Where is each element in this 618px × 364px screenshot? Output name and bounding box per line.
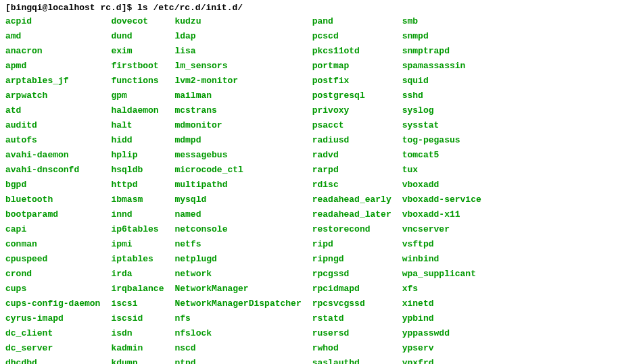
file-entry: crond [5, 267, 100, 282]
file-entry: dc_client [5, 326, 100, 341]
file-entry: ypxfrd [402, 356, 481, 364]
file-entry: sysstat [402, 118, 481, 133]
file-entry: readahead_early [312, 192, 391, 207]
file-entry: network [174, 267, 301, 282]
column-3: pandpcscdpkcs11otdportmappostfixpostgres… [312, 14, 402, 364]
file-entry: ip6tables [111, 222, 164, 237]
file-entry: ripngd [312, 252, 391, 267]
shell-prompt: [bingqi@localhost rc.d]$ ls /etc/rc.d/in… [5, 3, 613, 13]
file-entry: radiusd [312, 133, 391, 148]
file-entry: gpm [111, 88, 164, 103]
file-entry: named [174, 207, 301, 222]
file-entry: iscsid [111, 311, 164, 326]
file-entry: avahi-daemon [5, 148, 100, 163]
file-entry: ntpd [174, 356, 301, 364]
file-entry: spamassassin [402, 59, 481, 74]
file-entry: bootparamd [5, 207, 100, 222]
file-entry: amd [5, 29, 100, 44]
file-entry: pcscd [312, 29, 391, 44]
file-entry: mysqld [174, 192, 301, 207]
file-entry: haldaemon [111, 103, 164, 118]
column-1: dovecotdundeximfirstbootfunctionsgpmhald… [111, 14, 174, 364]
file-entry: vboxadd [402, 178, 481, 192]
file-entry: tog-pegasus [402, 133, 481, 148]
file-entry: lm_sensors [174, 59, 301, 74]
file-entry: isdn [111, 326, 164, 341]
file-entry: rpcgssd [312, 267, 391, 282]
file-entry: NetworkManagerDispatcher [174, 296, 301, 311]
file-entry: xfs [402, 282, 481, 296]
file-entry: xinetd [402, 296, 481, 311]
file-entry: rstatd [312, 311, 391, 326]
file-entry: dhcdbd [5, 356, 100, 364]
file-entry: pkcs11otd [312, 44, 391, 59]
file-entry: sshd [402, 88, 481, 103]
file-entry: arpwatch [5, 88, 100, 103]
file-entry: ypbind [402, 311, 481, 326]
file-entry: vboxadd-x11 [402, 207, 481, 222]
file-entry: hsqldb [111, 163, 164, 178]
file-entry: wpa_supplicant [402, 267, 481, 282]
file-entry: anacron [5, 44, 100, 59]
file-entry: radvd [312, 148, 391, 163]
file-entry: rpcidmapd [312, 282, 391, 296]
file-entry: messagebus [174, 148, 301, 163]
file-entry: kdump [111, 356, 164, 364]
file-entry: nscd [174, 341, 301, 356]
file-entry: auditd [5, 118, 100, 133]
file-entry: exim [111, 44, 164, 59]
file-entry: vboxadd-service [402, 192, 481, 207]
file-entry: portmap [312, 59, 391, 74]
file-entry: firstboot [111, 59, 164, 74]
file-entry: snmptrapd [402, 44, 481, 59]
file-entry: ibmasm [111, 192, 164, 207]
file-entry: winbind [402, 252, 481, 267]
file-entry: netfs [174, 237, 301, 252]
file-entry: cyrus-imapd [5, 311, 100, 326]
column-0: acpidamdanacronapmdarptables_jfarpwatcha… [5, 14, 111, 364]
file-entry: autofs [5, 133, 100, 148]
file-entry: mdmpd [174, 133, 301, 148]
file-entry: ypserv [402, 341, 481, 356]
file-entry: avahi-dnsconfd [5, 163, 100, 178]
file-entry: cups [5, 282, 100, 296]
file-entry: lisa [174, 44, 301, 59]
file-entry: innd [111, 207, 164, 222]
file-entry: halt [111, 118, 164, 133]
file-entry: ripd [312, 237, 391, 252]
file-entry: dovecot [111, 14, 164, 29]
file-entry: readahead_later [312, 207, 391, 222]
file-entry: kadmin [111, 341, 164, 356]
file-entry: dc_server [5, 341, 100, 356]
file-entry: mdmonitor [174, 118, 301, 133]
file-entry: rarpd [312, 163, 391, 178]
file-entry: snmpd [402, 29, 481, 44]
file-entry: nfslock [174, 326, 301, 341]
file-entry: vncserver [402, 222, 481, 237]
file-entry: mailman [174, 88, 301, 103]
file-entry: hidd [111, 133, 164, 148]
file-entry: netconsole [174, 222, 301, 237]
file-entry: kudzu [174, 14, 301, 29]
file-entry: microcode_ctl [174, 163, 301, 178]
column-2: kudzuldaplisalm_sensorslvm2-monitormailm… [174, 14, 312, 364]
file-entry: tomcat5 [402, 148, 481, 163]
file-entry: ipmi [111, 237, 164, 252]
prompt-text: [bingqi@localhost rc.d]$ ls /etc/rc.d/in… [5, 3, 243, 13]
file-entry: squid [402, 74, 481, 88]
file-entry: psacct [312, 118, 391, 133]
file-entry: arptables_jf [5, 74, 100, 88]
file-entry: cpuspeed [5, 252, 100, 267]
file-entry: httpd [111, 178, 164, 192]
column-4: smbsnmpdsnmptrapdspamassassinsquidsshdsy… [402, 14, 492, 364]
file-entry: iscsi [111, 296, 164, 311]
file-entry: restorecond [312, 222, 391, 237]
file-entry: postfix [312, 74, 391, 88]
file-entry: multipathd [174, 178, 301, 192]
file-entry: irda [111, 267, 164, 282]
file-entry: apmd [5, 59, 100, 74]
file-entry: pand [312, 14, 391, 29]
file-entry: rdisc [312, 178, 391, 192]
file-entry: privoxy [312, 103, 391, 118]
file-entry: rpcsvcgssd [312, 296, 391, 311]
